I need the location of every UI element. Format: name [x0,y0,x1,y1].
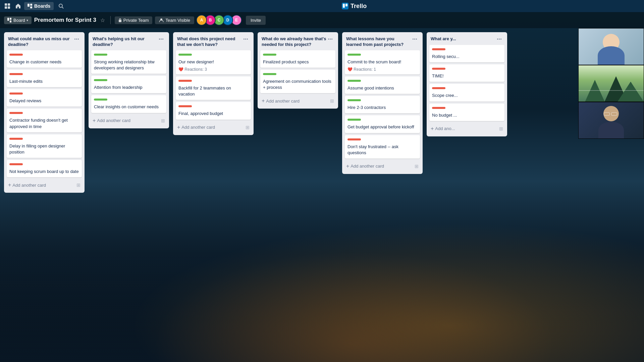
invite-label: Invite [251,18,261,23]
card-text-c22: Scope cree... [432,93,502,99]
add-card-button-list4[interactable]: +Add another card⊞ [260,96,335,106]
board-view-button[interactable]: Board ▾ [4,16,32,24]
card-label-c22 [432,87,445,89]
card-c1[interactable]: Change in customer needs [7,50,82,68]
boards-button[interactable]: Boards [24,2,54,10]
card-c6[interactable]: Not keeping scrum board up to date [7,160,82,177]
board-title[interactable]: Premortem for Sprint 3 [34,17,96,23]
card-c21[interactable]: TIME! [429,64,504,82]
card-c14[interactable]: Agreement on communication tools + proce… [260,70,335,93]
plus-icon: + [431,126,434,132]
card-label-c23 [432,107,445,109]
card-c18[interactable]: Get budget approval before kickoff [345,115,420,133]
card-c7[interactable]: Strong working relationship btw develope… [91,50,166,74]
svg-rect-14 [10,20,11,22]
add-card-button-list5[interactable]: +Add another card⊞ [345,161,420,171]
card-c5[interactable]: Delay in filling open designer position [7,134,82,158]
card-text-c11: Backfill for 2 teammates on vacation [178,85,248,97]
card-c20[interactable]: Rolling secu... [429,45,504,62]
svg-rect-6 [30,6,32,8]
card-text-c17: Hire 2-3 contractors [347,105,417,111]
card-c11[interactable]: Backfill for 2 teammates on vacation [176,76,251,100]
home-icon[interactable] [13,1,23,11]
card-label-c19 [347,138,361,140]
list-menu-button-list2[interactable]: ··· [157,36,165,42]
avatar-1[interactable]: A [196,15,207,25]
card-text-c18: Get budget approval before kickoff [347,124,417,130]
search-button[interactable] [56,1,66,11]
card-text-c8: Attention from leadership [94,84,164,90]
card-label-c8 [94,79,107,81]
svg-point-7 [59,4,62,7]
card-c9[interactable]: Clear insights on customer needs [91,95,166,113]
card-label-c11 [178,80,192,82]
card-label-c14 [263,73,276,75]
card-c10[interactable]: Our new designer!❤️ Reactions: 3 [176,50,251,74]
card-c12[interactable]: Final, approved budget [176,102,251,119]
add-card-button-list3[interactable]: +Add another card⊞ [176,122,251,132]
plus-icon: + [93,118,96,124]
svg-rect-1 [8,3,10,6]
card-c19[interactable]: Don't stay frustrated -- ask questions [345,135,420,159]
team-visible-label: Team Visible [166,18,190,23]
list-menu-button-list3[interactable]: ··· [242,36,250,42]
svg-rect-4 [28,4,30,7]
card-label-c2 [9,73,23,75]
video-panel [578,28,644,139]
card-text-c7: Strong working relationship btw develope… [94,59,164,71]
card-meta-c15: ❤️ Reactions: 1 [347,67,417,72]
list-menu-button-list5[interactable]: ··· [411,36,419,42]
card-label-c10 [178,54,192,56]
add-card-button-list6[interactable]: +Add ano...⊞ [429,124,504,134]
list-list3: What does this project need that we don'… [173,32,254,135]
board-view-label: Board [13,18,25,23]
add-card-label: Add another card [12,183,46,188]
list-title-list6: What are y... [431,36,495,42]
add-card-button-list1[interactable]: +Add another card⊞ [7,180,82,190]
card-label-c12 [178,105,192,107]
plus-icon: + [8,182,11,188]
card-c16[interactable]: Assume good intentions [345,76,420,94]
card-label-c3 [9,93,23,95]
card-label-c15 [347,54,361,56]
card-c4[interactable]: Contractor funding doesn't get approved … [7,109,82,132]
list-menu-button-list1[interactable]: ··· [73,36,80,42]
card-label-c18 [347,119,361,121]
svg-rect-11 [345,4,347,6]
team-visible-button[interactable]: Team Visible [155,16,194,24]
list-menu-button-list6[interactable]: ··· [495,36,503,42]
member-avatars: A B C D E [198,15,242,25]
card-c13[interactable]: Finalized product specs [260,50,335,68]
privacy-label: Private Team [123,18,149,23]
boards-label: Boards [34,3,50,9]
apps-icon[interactable] [3,1,12,11]
card-c22[interactable]: Scope cree... [429,84,504,101]
card-label-c7 [94,54,107,56]
invite-button[interactable]: Invite [246,16,266,25]
card-c15[interactable]: Commit to the scrum board!❤️ Reactions: … [345,50,420,74]
card-text-c15: Commit to the scrum board! [347,59,417,65]
list-menu-button-list4[interactable]: ··· [326,36,334,42]
template-icon: ⊞ [415,164,419,169]
card-text-c20: Rolling secu... [432,54,502,60]
card-text-c9: Clear insights on customer needs [94,104,164,110]
card-text-c19: Don't stay frustrated -- ask questions [347,144,417,156]
list-title-list2: What's helping us hit our deadline? [93,36,157,48]
privacy-button[interactable]: Private Team [115,16,152,24]
svg-line-8 [62,7,63,8]
plus-icon: + [177,124,180,130]
card-c8[interactable]: Attention from leadership [91,76,166,93]
star-button[interactable]: ☆ [99,16,106,25]
list-list5: What lessons have you learned from past … [342,32,423,174]
add-card-button-list2[interactable]: +Add another card⊞ [91,116,166,126]
card-c23[interactable]: No budget ... [429,104,504,121]
svg-rect-15 [119,20,121,22]
card-c3[interactable]: Delayed reviews [7,89,82,107]
template-icon: ⊞ [246,125,250,130]
card-text-c13: Finalized product specs [263,59,333,65]
list-list6: What are y...···Rolling secu...TIME!Scop… [427,32,507,136]
card-c2[interactable]: Last-minute edits [7,70,82,87]
add-card-label: Add another card [351,164,384,169]
plus-icon: + [262,98,265,104]
card-c17[interactable]: Hire 2-3 contractors [345,96,420,113]
